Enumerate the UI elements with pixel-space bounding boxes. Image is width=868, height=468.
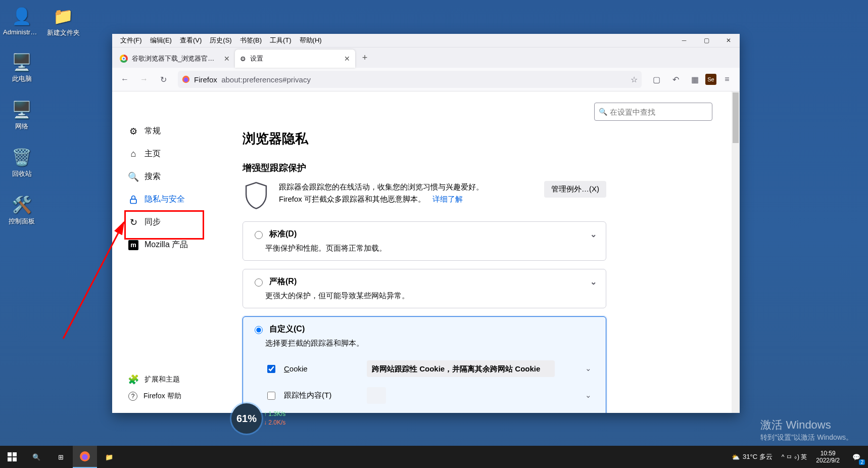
custom-crypto-row: 加密货币挖矿程序(Y) (265, 409, 597, 413)
menu-edit[interactable]: 编辑(E) (146, 34, 176, 46)
help-link[interactable]: ? Firefox 帮助 (116, 389, 226, 404)
protection-strict[interactable]: 严格(R) ⌄ 更强大的保护，但可能导致某些网站异常。 (243, 269, 606, 308)
screenshot-button[interactable]: ▢ (648, 71, 665, 88)
desktop-icon-network[interactable]: 🖥️ 网络 (3, 100, 40, 131)
bookmark-star-icon[interactable]: ☆ (631, 75, 638, 84)
grid-button[interactable]: ▦ (686, 71, 703, 88)
action-center-button[interactable]: 💬 2 (845, 446, 868, 468)
settings-search-input[interactable] (594, 103, 712, 121)
svg-rect-5 (13, 452, 17, 456)
system-tray[interactable]: ^ ㅁ ⬨) 英 (778, 446, 811, 468)
menu-bookmarks[interactable]: 书签(B) (236, 34, 266, 46)
gear-icon: ⚙ (240, 55, 246, 63)
tracking-label: 跟踪性内容(T) (284, 391, 360, 400)
clock-date: 2022/9/2 (816, 457, 840, 464)
maximize-button[interactable]: ▢ (695, 34, 717, 47)
taskbar-clock[interactable]: 10:59 2022/9/2 (811, 450, 845, 464)
undo-button[interactable]: ↶ (667, 71, 684, 88)
desktop-icon-label: 新建文件夹 (47, 29, 80, 36)
pc-icon: 🖥️ (10, 52, 33, 72)
settings-main: 🔍 浏览器隐私 增强型跟踪保护 跟踪器会跟踪您的在线活动，收集您的浏览习惯与兴趣… (230, 91, 740, 413)
radio-standard[interactable] (255, 231, 263, 239)
taskbar-explorer[interactable]: 📁 (97, 446, 121, 468)
custom-cookie-row: Cookie 跨网站跟踪性 Cookie，并隔离其余跨网站 Cookie (265, 355, 597, 382)
tab-label: 谷歌浏览器下载_浏览器官网入口 (132, 54, 220, 63)
radio-custom[interactable] (255, 326, 263, 334)
menu-history[interactable]: 历史(S) (206, 34, 235, 46)
watermark-line1: 激活 Windows (760, 417, 853, 433)
shield-icon (243, 181, 270, 210)
new-tab-button[interactable]: + (357, 50, 372, 65)
strict-title: 严格(R) (269, 276, 297, 287)
category-sync[interactable]: ↻ 同步 (116, 212, 226, 232)
svg-rect-7 (13, 457, 17, 461)
etp-desc-line1: 跟踪器会跟踪您的在线活动，收集您的浏览习惯与兴趣爱好。 (279, 181, 535, 193)
etp-desc-line2: Firefox 可拦截众多跟踪器和其他恶意脚本。 (279, 195, 425, 203)
category-label: 常规 (144, 126, 161, 136)
learn-more-link[interactable]: 详细了解 (432, 195, 463, 203)
selenium-icon[interactable]: Se (705, 74, 716, 85)
menu-file[interactable]: 文件(F) (116, 34, 146, 46)
sidebar-footer: 🧩 扩展和主题 ? Firefox 帮助 (112, 370, 230, 405)
taskbar-firefox[interactable] (73, 446, 97, 468)
category-mozilla[interactable]: m Mozilla 产品 (116, 235, 226, 255)
scrollbar-thumb[interactable] (733, 92, 739, 143)
category-search[interactable]: 🔍 搜索 (116, 166, 226, 187)
windows-activation-watermark: 激活 Windows 转到"设置"以激活 Windows。 (760, 417, 853, 443)
desktop-icon-control-panel[interactable]: 🛠️ 控制面板 (3, 195, 40, 226)
etp-description: 跟踪器会跟踪您的在线活动，收集您的浏览习惯与兴趣爱好。 Firefox 可拦截众… (279, 181, 535, 205)
minimize-button[interactable]: ─ (673, 34, 695, 47)
tracking-select[interactable] (367, 387, 386, 404)
menu-help[interactable]: 帮助(H) (296, 34, 326, 46)
cookie-label: Cookie (284, 364, 360, 373)
menu-tools[interactable]: 工具(T) (266, 34, 296, 46)
checkbox-tracking[interactable] (267, 392, 275, 400)
sync-icon: ↻ (128, 217, 138, 227)
desktop-icon-this-pc[interactable]: 🖥️ 此电脑 (3, 52, 40, 83)
desktop-icon-recycle-bin[interactable]: 🗑️ 回收站 (3, 147, 40, 178)
tab-settings[interactable]: ⚙ 设置 ✕ (235, 50, 355, 68)
manage-exceptions-button[interactable]: 管理例外…(X) (544, 181, 606, 198)
menubar: 文件(F) 编辑(E) 查看(V) 历史(S) 书签(B) 工具(T) 帮助(H… (112, 34, 740, 48)
desktop-icon-new-folder[interactable]: 📁 新建文件夹 (44, 6, 82, 37)
category-general[interactable]: ⚙ 常规 (116, 121, 226, 142)
desktop-icon-label: 网络 (15, 122, 28, 130)
footer-label: Firefox 帮助 (143, 392, 181, 401)
weather-icon: ⛅ (732, 453, 740, 461)
chevron-down-icon: ⌄ (590, 229, 597, 239)
weather-widget[interactable]: ⛅ 31°C 多云 (727, 452, 778, 461)
settings-content: 浏览器隐私 增强型跟踪保护 跟踪器会跟踪您的在线活动，收集您的浏览习惯与兴趣爱好… (230, 91, 631, 413)
scrollbar-track[interactable] (732, 91, 740, 413)
menu-view[interactable]: 查看(V) (176, 34, 206, 46)
back-button[interactable]: ← (116, 71, 133, 88)
close-button[interactable]: ✕ (717, 34, 740, 47)
category-privacy[interactable]: 隐私与安全 (116, 189, 226, 210)
chevron-down-icon: ⌄ (590, 277, 597, 287)
protection-custom[interactable]: 自定义(C) 选择要拦截的跟踪器和脚本。 Cookie 跨网站跟踪性 Cooki… (243, 316, 606, 413)
desktop-icon-label: 此电脑 (12, 75, 32, 82)
desktop-icon-admin[interactable]: 👤 Administrator (3, 6, 40, 36)
folder-icon: 📁 (52, 6, 75, 26)
extensions-link[interactable]: 🧩 扩展和主题 (116, 371, 226, 388)
start-button[interactable] (0, 446, 24, 468)
protection-standard[interactable]: 标准(D) ⌄ 平衡保护和性能。页面将正常加载。 (243, 221, 606, 261)
speed-percent: 61% (231, 403, 262, 434)
checkbox-cookie[interactable] (267, 365, 275, 373)
tab-chrome-download[interactable]: 谷歌浏览器下载_浏览器官网入口 ✕ (115, 50, 235, 68)
close-tab-icon[interactable]: ✕ (344, 55, 350, 63)
desktop-icon-label: 控制面板 (9, 217, 35, 225)
reload-button[interactable]: ↻ (155, 71, 172, 88)
standard-desc: 平衡保护和性能。页面将正常加载。 (265, 244, 597, 253)
search-icon: 🔍 (128, 172, 138, 182)
cookie-select[interactable]: 跨网站跟踪性 Cookie，并隔离其余跨网站 Cookie (367, 360, 555, 377)
search-button[interactable]: 🔍 (24, 446, 49, 468)
category-home[interactable]: ⌂ 主页 (116, 144, 226, 164)
network-icon: 🖥️ (10, 100, 33, 120)
forward-button[interactable]: → (135, 71, 153, 88)
close-tab-icon[interactable]: ✕ (224, 55, 230, 63)
radio-strict[interactable] (255, 278, 263, 287)
url-bar[interactable]: Firefox about:preferences#privacy ☆ (178, 71, 642, 88)
task-view-button[interactable]: ⊞ (49, 446, 73, 468)
gear-icon: ⚙ (128, 126, 138, 136)
app-menu-button[interactable]: ≡ (718, 71, 736, 88)
